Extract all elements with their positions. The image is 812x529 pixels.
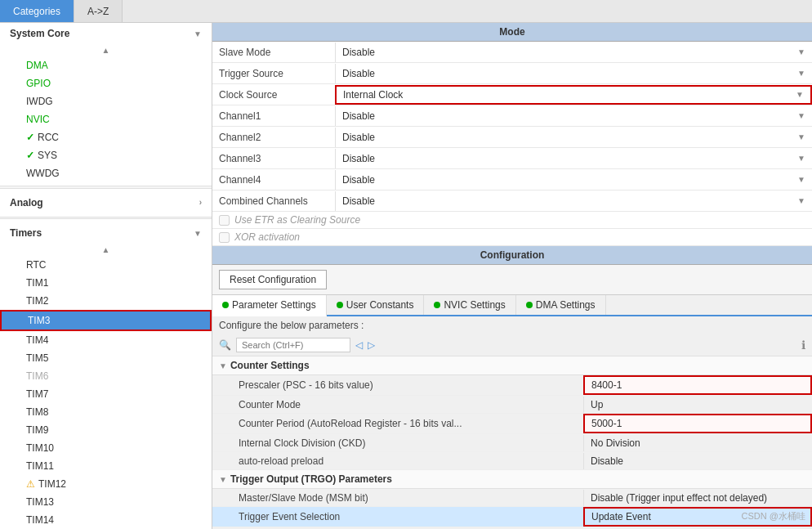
analog-header[interactable]: Analog › xyxy=(0,192,212,213)
search-icon: 🔍 xyxy=(219,339,231,351)
clock-source-select[interactable]: Internal Clock ▼ xyxy=(335,85,812,105)
combined-channels-select[interactable]: Disable ▼ xyxy=(335,191,812,211)
timers-arrow: ▼ xyxy=(194,229,202,238)
search-bar: 🔍 ◁ ▷ ℹ xyxy=(212,334,812,356)
dma-settings-dot xyxy=(526,302,533,308)
counter-period-name: Counter Period (AutoReload Register - 16… xyxy=(212,415,583,432)
clock-source-label: Clock Source xyxy=(212,87,335,103)
combined-channels-label: Combined Channels xyxy=(212,193,335,209)
sidebar-item-tim7[interactable]: TIM7 xyxy=(0,385,212,403)
channel3-value: Disable xyxy=(342,153,375,164)
sidebar-item-dma[interactable]: DMA xyxy=(0,56,212,74)
sidebar-item-tim5[interactable]: TIM5 xyxy=(0,349,212,367)
msm-name: Master/Slave Mode (MSM bit) xyxy=(212,490,583,506)
sidebar-item-tim9[interactable]: TIM9 xyxy=(0,421,212,439)
channel4-select[interactable]: Disable ▼ xyxy=(335,170,812,190)
channel1-label: Channel1 xyxy=(212,108,335,124)
sidebar-item-tim4[interactable]: TIM4 xyxy=(0,331,212,349)
param-row-prescaler: Prescaler (PSC - 16 bits value) 8400-1 xyxy=(212,375,812,396)
trgo-label: Trigger Output (TRGO) Parameters xyxy=(230,473,392,485)
tab-categories[interactable]: Categories xyxy=(0,0,74,22)
channel1-arrow-icon: ▼ xyxy=(797,111,805,120)
mode-header: Mode xyxy=(212,23,812,42)
sidebar-item-nvic[interactable]: NVIC xyxy=(0,110,212,128)
trigger-source-value: Disable xyxy=(342,68,375,79)
sidebar-item-rtc[interactable]: RTC xyxy=(0,256,212,274)
prescaler-value[interactable]: 8400-1 xyxy=(583,375,812,395)
tab-nvic-settings[interactable]: NVIC Settings xyxy=(424,295,515,315)
slave-mode-value: Disable xyxy=(342,47,375,58)
sidebar-item-tim12[interactable]: ⚠ TIM12 xyxy=(0,475,212,493)
tab-atoz[interactable]: A->Z xyxy=(74,0,123,22)
right-panel: Mode Slave Mode Disable ▼ Trigger Source… xyxy=(212,23,812,529)
trigger-event-name: Trigger Event Selection xyxy=(212,509,583,525)
trigger-source-select[interactable]: Disable ▼ xyxy=(335,64,812,83)
combined-channels-arrow-icon: ▼ xyxy=(797,196,805,205)
config-header: Configuration xyxy=(212,246,812,265)
scroll-up-btn[interactable]: ▲ xyxy=(0,44,212,56)
config-content: Configure the below parameters : 🔍 ◁ ▷ ℹ… xyxy=(212,316,812,529)
autoreload-value[interactable]: Disable xyxy=(583,453,812,469)
slave-mode-label: Slave Mode xyxy=(212,44,335,61)
tim12-warn-icon: ⚠ xyxy=(26,478,35,490)
sidebar-item-tim10[interactable]: TIM10 xyxy=(0,439,212,457)
analog-chevron-icon: › xyxy=(199,198,202,207)
channel1-select[interactable]: Disable ▼ xyxy=(335,106,812,126)
counter-mode-value[interactable]: Up xyxy=(583,397,812,413)
next-search-icon[interactable]: ▷ xyxy=(368,339,375,351)
param-row-ckd: Internal Clock Division (CKD) No Divisio… xyxy=(212,434,812,452)
timers-label: Timers xyxy=(10,227,42,239)
system-core-section: System Core ▼ ▲ DMA GPIO IWDG NVIC ✓ RCC… xyxy=(0,23,212,182)
tab-parameter-settings[interactable]: Parameter Settings xyxy=(212,295,327,316)
sidebar-item-tim1[interactable]: TIM1 xyxy=(0,274,212,292)
channel1-row: Channel1 Disable ▼ xyxy=(212,105,812,127)
slave-mode-select[interactable]: Disable ▼ xyxy=(335,43,812,62)
sidebar-item-gpio[interactable]: GPIO xyxy=(0,74,212,92)
sidebar-item-tim2[interactable]: TIM2 xyxy=(0,292,212,310)
channel3-label: Channel3 xyxy=(212,150,335,167)
trgo-collapse-icon: ▼ xyxy=(219,475,227,484)
sidebar-item-sys[interactable]: ✓ SYS xyxy=(0,146,212,164)
channel2-row: Channel2 Disable ▼ xyxy=(212,127,812,148)
sidebar-item-rcc[interactable]: ✓ RCC xyxy=(0,128,212,146)
reset-config-button[interactable]: Reset Configuration xyxy=(219,270,327,289)
tab-dma-settings[interactable]: DMA Settings xyxy=(516,295,606,315)
mode-section: Mode Slave Mode Disable ▼ Trigger Source… xyxy=(212,23,812,246)
counter-settings-header[interactable]: ▼ Counter Settings xyxy=(212,356,812,375)
timers-header[interactable]: Timers ▼ xyxy=(0,222,212,244)
left-panel: System Core ▼ ▲ DMA GPIO IWDG NVIC ✓ RCC… xyxy=(0,23,212,529)
counter-period-value[interactable]: 5000-1 xyxy=(583,414,812,433)
trgo-header[interactable]: ▼ Trigger Output (TRGO) Parameters xyxy=(212,470,812,489)
channel4-value: Disable xyxy=(342,174,375,186)
rcc-check-icon: ✓ xyxy=(26,132,34,143)
xor-checkbox[interactable] xyxy=(219,232,230,243)
timers-section: Timers ▼ ▲ RTC TIM1 TIM2 TIM3 TIM4 TIM5 … xyxy=(0,222,212,529)
sidebar-item-iwdg[interactable]: IWDG xyxy=(0,92,212,110)
channel3-select[interactable]: Disable ▼ xyxy=(335,149,812,168)
tab-user-constants[interactable]: User Constants xyxy=(327,295,425,315)
trgo-group: ▼ Trigger Output (TRGO) Parameters Maste… xyxy=(212,470,812,527)
sidebar-item-tim14[interactable]: TIM14 xyxy=(0,511,212,529)
sidebar-item-tim11[interactable]: TIM11 xyxy=(0,457,212,475)
search-input[interactable] xyxy=(236,338,350,352)
config-section: Configuration Reset Configuration Parame… xyxy=(212,246,812,529)
prev-search-icon[interactable]: ◁ xyxy=(355,339,363,351)
channel4-row: Channel4 Disable ▼ xyxy=(212,169,812,191)
sidebar-item-tim13[interactable]: TIM13 xyxy=(0,493,212,511)
etr-checkbox[interactable] xyxy=(219,215,230,226)
sidebar-item-tim8[interactable]: TIM8 xyxy=(0,403,212,421)
system-core-arrow: ▼ xyxy=(194,29,202,38)
sidebar-item-wwdg[interactable]: WWDG xyxy=(0,164,212,182)
analog-label: Analog xyxy=(10,197,43,208)
timers-scroll-up[interactable]: ▲ xyxy=(0,244,212,256)
section-divider-2 xyxy=(0,217,212,220)
channel2-select[interactable]: Disable ▼ xyxy=(335,128,812,147)
counter-mode-name: Counter Mode xyxy=(212,397,583,413)
sidebar-item-tim3[interactable]: TIM3 xyxy=(0,310,212,331)
section-divider-1 xyxy=(0,186,212,189)
counter-settings-label: Counter Settings xyxy=(230,360,310,371)
ckd-value[interactable]: No Division xyxy=(583,435,812,451)
msm-value[interactable]: Disable (Trigger input effect not delaye… xyxy=(583,490,812,506)
system-core-header[interactable]: System Core ▼ xyxy=(0,23,212,44)
xor-label: XOR activation xyxy=(234,231,300,243)
